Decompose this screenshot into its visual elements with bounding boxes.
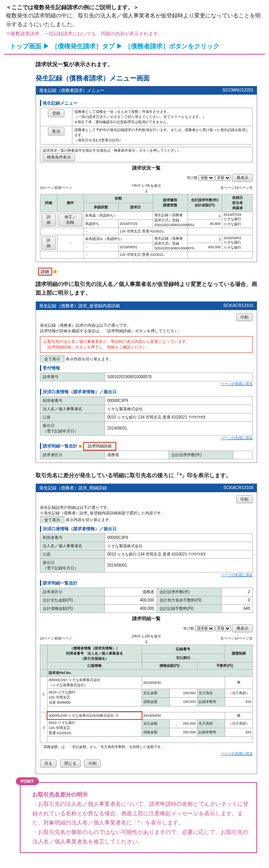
gk-val: 債務者 [105, 588, 157, 596]
gk-v1: 債務者 [105, 451, 169, 459]
row-reclabel: 記録手数料 [197, 697, 225, 706]
r1-acct: 134 市岡支店 普通 4103021 [118, 228, 188, 235]
row-payee: 00000CV67 りそな商事株式会社 （りそな商事株式会社） [47, 676, 142, 689]
panel2-sub3: 請求明細一覧合計 [40, 443, 78, 449]
panel1-title: 発生記録（債務者請求）メニュー [39, 88, 104, 93]
callout-dot-2 [79, 445, 82, 448]
redisplay-button[interactable]: 再表示 [232, 174, 253, 182]
point-title: お取引先名差分の明示 [32, 790, 248, 799]
callout-dot-1 [53, 270, 57, 273]
kv-val: 0010 りそな銀行 134 市岡支店 普通 4103021 ﾘｿﾅｾｲﾔｸ(ｶ [105, 413, 253, 421]
sort-order-select[interactable]: 昇順 [215, 175, 231, 181]
pagetop-link-3a[interactable]: ページの先頭に戻る [221, 573, 253, 577]
reqno-k: 請求番号 [40, 373, 105, 381]
panel3-lead1: 発生記録請求の明細は以下の通りです。 [40, 505, 253, 510]
back-button[interactable]: 戻る [40, 760, 57, 767]
row-payval: 250,000 [169, 719, 197, 728]
pager-prev[interactable]: 前ページ [58, 185, 72, 190]
gk-key: 合計債権金額(円) [40, 604, 105, 613]
register-button[interactable]: 登録 [48, 109, 64, 117]
row-feeval: （当方負担） [225, 719, 253, 728]
r2-acct: 134 市岡支店 普通 4103021 [118, 251, 188, 258]
print-button-3b[interactable]: 印刷 [84, 760, 101, 767]
register-desc: 債務者として債権を一括（まとめて複数）件発生させます。 （一回の請求方法ラジオボ… [72, 108, 253, 126]
row-no: 2 [40, 712, 47, 742]
explain-2: 請求明細の中に取引先の法人名／個人事業者名が仮登録時より変更となっている場合、画… [0, 276, 269, 301]
th3-ref: 請求者Ref.No. [47, 669, 253, 676]
r2-type: 発生記録（債務者請求方式）登録S0010201908010000076 [153, 235, 188, 251]
kv-val: 2019/08/01 [105, 558, 253, 572]
sort-order-select-3[interactable]: 昇順 [215, 626, 231, 631]
row-ref [47, 737, 253, 742]
th-op: 操作 [57, 194, 84, 211]
pagetop-link-2a[interactable]: ページの先頭に戻る [221, 382, 253, 386]
redisplay-button-3[interactable]: 再表示 [232, 624, 253, 632]
pager-first-3[interactable]: 10ページ前 [40, 636, 58, 641]
cancel-button[interactable]: 取消 [48, 128, 64, 135]
pagetop-link-3b[interactable]: ページの先頭に戻る [221, 752, 253, 756]
count-label: 7件中 1-7件を表示 [132, 184, 161, 188]
row-recval: 324 [225, 728, 253, 737]
op2: － [57, 235, 84, 251]
sort-field-select[interactable]: 状態 [199, 175, 214, 181]
panel-detail-summary: 発生記録（債務者）請求_仮登録内容詳細 SCKACR13101 印刷 発生記録（… [36, 301, 257, 463]
pager-next-3[interactable]: 次ページ [220, 636, 235, 641]
tab-all-2[interactable]: 全て表示 [40, 355, 64, 363]
pager-first[interactable]: 10ページ前 [40, 185, 58, 190]
row-restrict: 無 [225, 712, 253, 719]
pager-next[interactable]: 次ページ [220, 185, 235, 190]
search-cond-button[interactable]: 検索条件表示 [43, 153, 75, 161]
highlighted-detail-button[interactable]: 詳細 [38, 268, 52, 276]
print-button-2[interactable]: 印刷 [236, 313, 253, 321]
intro-heading: ＜ここでは複数発生記録請求の例にご説明します。＞ [6, 4, 263, 11]
kv-key: 口座 [40, 413, 105, 421]
kv-key: 法人名／個人事業者名 [40, 405, 105, 413]
intro-body: 複数発生の請求明細の中に、取引先の法人名／個人事業者名が仮登録時より変更になって… [6, 11, 263, 29]
point-badge: POINT [16, 777, 39, 785]
r2-reqdate: 2019/08/01 [118, 243, 153, 251]
close-button[interactable]: 閉じる [60, 760, 81, 767]
warn-line1: お取引先の法人名／個人事業者名が、申請時の表示内容から変更になっています。 [44, 339, 249, 345]
pager-last-3[interactable]: 10ページ次 [235, 636, 253, 641]
kv-key: 振出日 （電子記録年月日） [40, 421, 105, 435]
detail-button-1[interactable]: 詳細 [42, 213, 56, 227]
reqno-v: S0010201908010000076 [105, 373, 253, 381]
point-line-2: ・お取引先名が最新のものではない可能性がありますので、必要に応じて、お取引先の法… [32, 828, 248, 847]
gk-val: 400,000 [105, 596, 157, 604]
panel2-lead1: 発生記録（債務者）請求の内容は以下の通りです。 [40, 323, 253, 328]
list1-title: 請求状況一覧 [40, 165, 253, 171]
row-ref [47, 706, 253, 712]
pager-prev-3[interactable]: 前ページ [58, 636, 72, 641]
panel3-code: SCKACR13105 [224, 485, 254, 491]
kv-key: 振出日 （電子記録年月日） [40, 558, 105, 572]
row-bondlabel: 債権金額 [142, 697, 169, 706]
cancel-desc: 債務者として予約中の発生記録請求の予約取消を行います。または、債務者から受け取っ… [72, 126, 253, 144]
tab-all-3[interactable]: 全て表示 [40, 516, 64, 523]
panel3-sub1: 決済口座情報（請求者情報）／振出日 [40, 526, 253, 532]
panel2-code: SCKACR13101 [224, 303, 254, 309]
th-total: 合計請求件数(件) 合計金額(円) [188, 194, 222, 211]
explain-3: 取引先名に差分が発生している明細に取引先名の後ろに「*」印を表示します。 [0, 467, 269, 483]
edit-button-1[interactable]: 修正／削除 [59, 213, 82, 227]
row-feelabel: 先方負担 [197, 689, 225, 697]
print-button-3[interactable]: 印刷 [236, 495, 253, 503]
tab-detail-2[interactable]: 請求明細詳細 [83, 442, 116, 451]
th3-bond: 債権金額(円) [142, 662, 197, 669]
kv-key: 利用者番号 [40, 396, 105, 405]
sort-field-select-3[interactable]: 請求順 [195, 626, 214, 631]
gk-val: 400,000 [105, 604, 157, 613]
panel2-sub2: 決済口座情報（請求者情報）／振出日 [40, 389, 253, 395]
gk-k1: 請求者区分 [40, 451, 105, 459]
pager-last[interactable]: 10ページ次 [235, 185, 253, 190]
gk-key: 合計支払金額(円) [40, 596, 105, 604]
row-paylabel: 支払金額 [142, 719, 169, 728]
detail-button-2[interactable]: 詳細 [42, 236, 56, 250]
search-note: 請求状況一覧の検索条件を指定する場合は「検索条件表示」ボタンを押してください。 [43, 148, 250, 153]
tab-note-3: 表示内容を切り替えます。 [66, 518, 113, 522]
r2-date: 2019/08/01りそな銀行 りそな銀行 [222, 235, 253, 251]
top-flow: トップ画面 ▶ ［債権発生請求］タブ ▶ ［債務者請求］ボタンをクリック [4, 39, 265, 55]
panel2-sub1: 受付情報 [40, 365, 253, 371]
sort-label: 並び順 [187, 176, 197, 180]
r2-state: 未承認済み（承認待ち） [84, 235, 153, 243]
pagetop-link-2b[interactable]: ページの先頭に戻る [221, 436, 253, 440]
